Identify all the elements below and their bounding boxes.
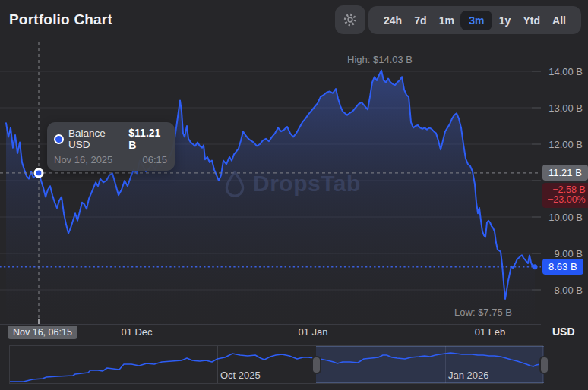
current-value-badge: 8.63 B: [542, 259, 583, 275]
watermark-text: DropsTab: [253, 171, 361, 197]
range-button-1m[interactable]: 1m: [433, 11, 460, 30]
tooltip-date: Nov 16, 2025: [54, 154, 112, 165]
x-axis-label: 01 Dec: [121, 326, 152, 338]
tooltip-series-label: Balance USD: [68, 127, 124, 150]
change-badge: −2.58 B −23.00%: [542, 183, 588, 208]
watermark: DropsTab: [223, 170, 361, 197]
page-title: Portfolio Chart: [9, 11, 112, 28]
high-label: High: $14.03 B: [347, 54, 413, 65]
tooltip-value: $11.21 B: [128, 127, 167, 151]
settings-button[interactable]: [335, 5, 365, 34]
y-axis-label: 8.00 B: [538, 285, 585, 296]
change-absolute: −2.58 B: [548, 185, 586, 196]
range-button-all[interactable]: All: [546, 11, 572, 30]
droplet-logo-icon: [223, 170, 246, 197]
x-axis-label: 01 Jan: [298, 326, 327, 338]
x-hover-tick: [38, 319, 40, 324]
y-axis-label: 10.00 B: [538, 212, 585, 223]
tooltip-time: 06:15: [142, 154, 167, 165]
navigator-svg: [10, 346, 544, 385]
change-percent: −23.00%: [548, 195, 586, 206]
range-button-7d[interactable]: 7d: [408, 11, 432, 30]
y-axis-label: 12.00 B: [538, 139, 585, 150]
navigator-handle-right[interactable]: [539, 356, 549, 374]
hover-value-badge: 11.21 B: [542, 165, 588, 181]
range-button-1y[interactable]: 1y: [493, 11, 517, 30]
y-axis-label: 9.00 B: [538, 248, 585, 259]
x-axis-line: [0, 324, 541, 325]
portfolio-chart-panel: Portfolio Chart 24h7d1m3m1yYtdAll 14.00: [0, 0, 588, 390]
navigator-line: [10, 353, 542, 382]
range-button-24h[interactable]: 24h: [378, 11, 408, 30]
time-range-selector: 24h7d1m3m1yYtdAll: [368, 6, 581, 34]
gear-icon: [342, 11, 359, 28]
currency-toggle[interactable]: USD: [552, 326, 575, 338]
tooltip: Balance USD $11.21 B Nov 16, 2025 06:15: [47, 122, 175, 171]
series-dot-icon: [54, 134, 64, 144]
navigator-handle-left[interactable]: [311, 356, 321, 374]
x-axis-label: 01 Feb: [475, 326, 505, 338]
low-label: Low: $7.75 B: [454, 307, 512, 318]
range-button-ytd[interactable]: Ytd: [517, 11, 546, 30]
range-navigator[interactable]: Oct 2025Jan 2026: [9, 345, 543, 384]
range-button-3m[interactable]: 3m: [460, 11, 492, 30]
x-hover-badge: Nov 16, 06:15: [8, 326, 77, 339]
y-axis-label: 14.00 B: [538, 66, 585, 77]
y-axis-label: 13.00 B: [538, 102, 585, 114]
